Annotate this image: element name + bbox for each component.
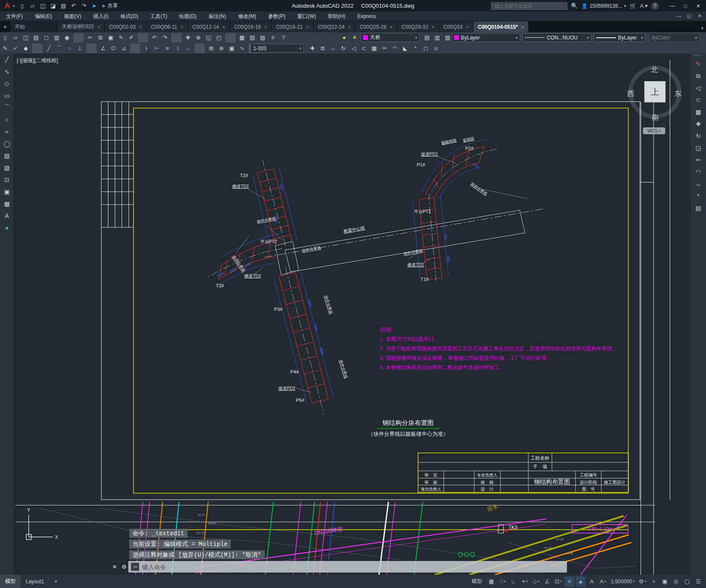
file-tab[interactable]: C00Q22-24 × — [314, 21, 355, 32]
isolate-objects-icon[interactable]: ▣ — [660, 576, 670, 587]
linear-dim-icon[interactable]: ⊢ — [152, 44, 162, 53]
center-mark-icon[interactable]: ⊕ — [216, 44, 227, 53]
tab-close-icon[interactable]: × — [181, 24, 183, 30]
viewcube[interactable]: 北 西 东 南 上 WCS ▾ — [611, 58, 690, 137]
rotate-icon[interactable]: ↻ — [338, 44, 348, 53]
minimize-button[interactable]: — — [667, 1, 679, 11]
fillet-icon[interactable]: ◠ — [390, 44, 400, 53]
doc-close-button[interactable]: ✕ — [695, 12, 704, 20]
model-tab[interactable]: 模型 — [0, 575, 21, 588]
menu-item[interactable]: 文件(F) — [0, 12, 29, 21]
viewports-icon[interactable]: ▦ — [237, 33, 247, 42]
rectangle-tool-icon[interactable]: ▭ — [0, 90, 14, 102]
clean-screen-icon[interactable]: ▢ — [682, 576, 692, 587]
menu-item[interactable]: 视图(V) — [58, 12, 87, 21]
boundary-tool-icon[interactable]: ⊡ — [0, 174, 14, 186]
file-tab[interactable]: C00Q19-21 × — [272, 21, 313, 32]
selection-cycling-icon[interactable]: ▲ — [576, 576, 586, 587]
calculator-icon[interactable]: # — [268, 33, 278, 42]
lineweight-select[interactable]: ByLayer ▾ — [594, 33, 645, 42]
explode-tool-icon[interactable]: * — [691, 190, 706, 202]
zoom-previous-icon[interactable]: ◰ — [214, 33, 224, 42]
layer-on-icon[interactable]: ● — [339, 33, 349, 42]
file-tab[interactable]: C00Q29-32 × — [397, 21, 439, 32]
plot-icon[interactable]: ▤ — [59, 1, 68, 11]
spline-tool-icon[interactable]: ≈ — [0, 126, 14, 138]
jogged-dim-icon[interactable]: → — [183, 44, 193, 53]
copy-icon[interactable]: ⧉ — [318, 44, 328, 53]
save-as-icon[interactable]: ◪ — [48, 1, 58, 11]
tab-overflow-icon[interactable]: ▾ — [701, 26, 703, 30]
search-input[interactable] — [491, 2, 567, 10]
toolbar-drag-handle[interactable]: •••••• — [691, 54, 706, 58]
array-tool-icon[interactable]: ▦ — [691, 106, 706, 118]
snap-mode-icon[interactable]: ∷ — [497, 576, 508, 587]
grid-icon[interactable]: ▦ — [486, 576, 497, 587]
layout1-tab[interactable]: Layout1 — [21, 575, 49, 588]
menu-item[interactable]: 窗口(W) — [291, 12, 322, 21]
new-tab-button[interactable]: + — [0, 21, 10, 32]
new-file-icon[interactable]: ▯ — [18, 1, 27, 11]
layer-select[interactable]: 天桥 ▾ — [361, 33, 420, 42]
text-tool-icon[interactable]: A — [0, 210, 14, 222]
menu-item[interactable]: 修改(M) — [232, 12, 262, 21]
crosshair-icon[interactable]: + — [648, 576, 659, 587]
zoom-realtime-icon[interactable]: ⊕ — [193, 33, 203, 42]
stretch-icon[interactable]: ↔ — [328, 44, 338, 53]
doc-minimize-button[interactable]: — — [674, 12, 684, 20]
menu-item[interactable]: 工具(T) — [144, 12, 173, 21]
file-tab[interactable]: C00Q02-03 × — [105, 21, 146, 32]
layer-sun-icon[interactable]: ☀ — [349, 33, 360, 42]
model-space-canvas[interactable]: T2# 梯道TD2 T3# 梯道TD3 平台PT2 P3# P4# P5# 坡道… — [14, 54, 690, 575]
share-button[interactable]: ➤ 共享 — [102, 2, 118, 9]
menu-item[interactable]: 绘图(D) — [173, 12, 203, 21]
baseline-dim-icon[interactable]: I — [173, 44, 183, 53]
close-button[interactable]: ✕ — [692, 1, 704, 11]
menu-item[interactable]: 帮助(H) — [322, 12, 351, 21]
menu-item[interactable]: 插入(I) — [87, 12, 114, 21]
autocad-logo-icon[interactable]: A — [2, 1, 13, 11]
circle-icon[interactable]: ○ — [64, 44, 75, 53]
tab-close-icon[interactable]: × — [97, 24, 100, 30]
color-select[interactable]: ByLayer ▾ — [451, 33, 520, 42]
redo-icon[interactable]: ↷ — [160, 33, 170, 42]
region-icon[interactable]: ▣ — [227, 44, 237, 53]
matchprop-icon[interactable]: ✎ — [0, 44, 10, 53]
command-line-bar[interactable]: ›▾ — [128, 561, 567, 573]
share-plane-icon[interactable]: ➤ — [90, 1, 99, 11]
ortho-icon[interactable]: ∟ — [509, 576, 519, 587]
named-views-icon[interactable]: ▤ — [247, 33, 258, 42]
offset-icon[interactable]: ⊂ — [359, 44, 369, 53]
viewcube-top-face[interactable]: 上 — [644, 81, 666, 103]
stretch-tool-icon[interactable]: ↔ — [691, 178, 706, 190]
linetype-select[interactable]: CON...NUOU ▾ — [522, 33, 591, 42]
viewcube-north[interactable]: 北 — [651, 65, 658, 75]
polygon-tool-icon[interactable]: ◇ — [0, 78, 14, 90]
menu-item[interactable]: 参数(P) — [262, 12, 291, 21]
table-tool-icon[interactable]: ▦ — [0, 198, 14, 210]
menu-item[interactable]: Express — [351, 12, 382, 21]
tab-close-icon[interactable]: × — [139, 24, 142, 30]
line-icon[interactable]: ╱ — [44, 44, 54, 53]
viewcube-south[interactable]: 南 — [651, 113, 659, 123]
command-input[interactable] — [142, 564, 564, 570]
redo-icon[interactable]: ↷ — [79, 1, 89, 11]
qsave-icon[interactable]: ◫ — [21, 33, 31, 42]
revision-cloud-icon[interactable]: ∿ — [237, 44, 247, 53]
file-tab[interactable]: C00Q16-18 × — [230, 21, 272, 32]
match-properties-icon[interactable]: ✎ — [116, 33, 126, 42]
open-icon[interactable]: ▱ — [10, 33, 21, 42]
graphics-performance-icon[interactable]: ◎ — [671, 576, 681, 587]
offset-tool-icon[interactable]: ⊂ — [691, 94, 706, 106]
point-tool-icon[interactable]: ● — [0, 222, 14, 234]
maximize-button[interactable]: □ — [679, 1, 691, 11]
file-tab[interactable]: C00Q25-28 × — [355, 21, 397, 32]
zoom-window-icon[interactable]: ◱ — [203, 33, 214, 42]
file-tab[interactable]: C00Q12-14 × — [188, 21, 230, 32]
save-icon[interactable]: ◫ — [38, 1, 48, 11]
qnew-icon[interactable]: ▯ — [0, 33, 10, 42]
plotstyle-select[interactable]: ByColor ▾ — [649, 33, 700, 42]
layer-states-icon[interactable]: ▥ — [432, 33, 442, 42]
dim-style-select[interactable]: 1-333 ▾ — [251, 44, 304, 53]
help-icon[interactable]: ? — [651, 2, 659, 10]
